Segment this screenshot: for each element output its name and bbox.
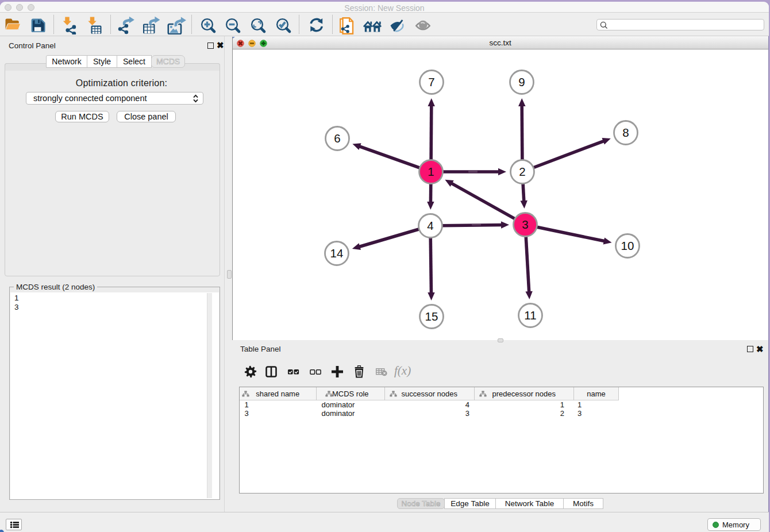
svg-text:3: 3 — [522, 218, 528, 231]
svg-text:6: 6 — [334, 132, 340, 145]
svg-text:9: 9 — [518, 75, 525, 88]
svg-text:4: 4 — [427, 219, 433, 232]
svg-text:15: 15 — [425, 310, 438, 323]
svg-text:1: 1 — [428, 165, 434, 178]
svg-text:10: 10 — [621, 239, 634, 252]
svg-text:11: 11 — [524, 309, 536, 322]
svg-text:8: 8 — [622, 126, 629, 139]
svg-text:2: 2 — [519, 165, 525, 178]
svg-text:14: 14 — [330, 246, 344, 260]
svg-text:7: 7 — [428, 75, 434, 88]
